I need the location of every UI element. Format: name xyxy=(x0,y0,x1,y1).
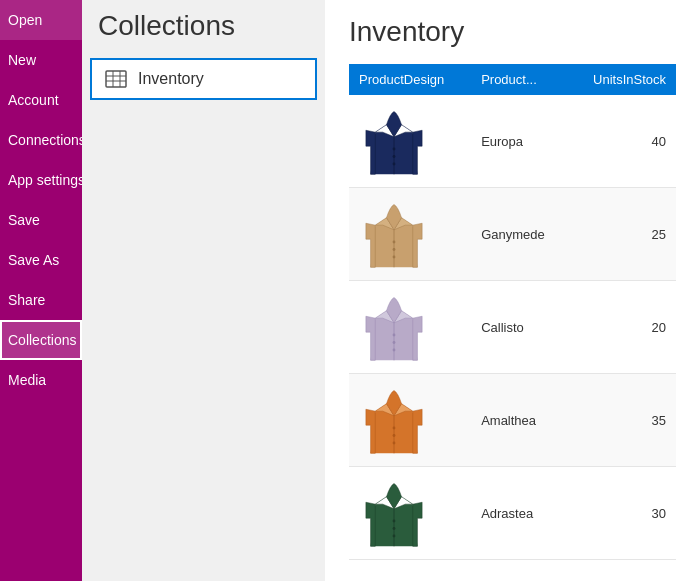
inventory-collection-item[interactable]: Inventory xyxy=(90,58,317,100)
main-content: Inventory ProductDesign Product... Units… xyxy=(325,0,700,581)
col-header-product: Product... xyxy=(471,64,568,95)
units-cell: 30 xyxy=(568,467,676,560)
svg-point-7 xyxy=(393,155,396,158)
units-cell: 20 xyxy=(568,281,676,374)
table-row: Adrastea 30 xyxy=(349,467,676,560)
sidebar: Open New Account Connections App setting… xyxy=(0,0,82,581)
svg-point-8 xyxy=(393,162,396,165)
product-image xyxy=(359,380,429,460)
product-image xyxy=(359,473,429,553)
product-name-cell: Callisto xyxy=(471,281,568,374)
sidebar-item-new[interactable]: New xyxy=(0,40,82,80)
table-row: Amalthea 35 xyxy=(349,374,676,467)
sidebar-item-share[interactable]: Share xyxy=(0,280,82,320)
svg-point-16 xyxy=(393,348,396,351)
product-image xyxy=(359,287,429,367)
svg-point-24 xyxy=(393,534,396,537)
product-design-cell xyxy=(349,467,471,560)
product-name-cell: Ganymede xyxy=(471,188,568,281)
table-row: Callisto 20 xyxy=(349,281,676,374)
sidebar-item-account[interactable]: Account xyxy=(0,80,82,120)
inventory-table: ProductDesign Product... UnitsInStock xyxy=(349,64,676,560)
svg-point-18 xyxy=(393,426,396,429)
product-image xyxy=(359,194,429,274)
svg-point-10 xyxy=(393,240,396,243)
svg-point-6 xyxy=(393,147,396,150)
product-design-cell xyxy=(349,95,471,188)
svg-point-15 xyxy=(393,341,396,344)
svg-point-11 xyxy=(393,248,396,251)
sidebar-item-app-settings[interactable]: App settings xyxy=(0,160,82,200)
product-design-cell xyxy=(349,188,471,281)
product-design-cell xyxy=(349,374,471,467)
product-name-cell: Amalthea xyxy=(471,374,568,467)
sidebar-item-media[interactable]: Media xyxy=(0,360,82,400)
product-name-cell: Adrastea xyxy=(471,467,568,560)
inventory-label: Inventory xyxy=(138,70,204,88)
table-row: Europa 40 xyxy=(349,95,676,188)
main-title: Inventory xyxy=(349,16,676,48)
svg-point-19 xyxy=(393,434,396,437)
col-header-design: ProductDesign xyxy=(349,64,471,95)
svg-point-23 xyxy=(393,527,396,530)
product-design-cell xyxy=(349,281,471,374)
middle-title: Collections xyxy=(82,0,325,58)
sidebar-item-collections[interactable]: Collections xyxy=(0,320,82,360)
svg-point-22 xyxy=(393,519,396,522)
svg-point-20 xyxy=(393,441,396,444)
svg-rect-0 xyxy=(106,71,126,87)
units-cell: 40 xyxy=(568,95,676,188)
table-icon xyxy=(104,70,128,88)
sidebar-item-save[interactable]: Save xyxy=(0,200,82,240)
sidebar-item-save-as[interactable]: Save As xyxy=(0,240,82,280)
svg-point-14 xyxy=(393,333,396,336)
units-cell: 25 xyxy=(568,188,676,281)
units-cell: 35 xyxy=(568,374,676,467)
product-name-cell: Europa xyxy=(471,95,568,188)
sidebar-item-open[interactable]: Open xyxy=(0,0,82,40)
svg-point-12 xyxy=(393,255,396,258)
col-header-units: UnitsInStock xyxy=(568,64,676,95)
sidebar-item-connections[interactable]: Connections xyxy=(0,120,82,160)
product-image xyxy=(359,101,429,181)
table-row: Ganymede 25 xyxy=(349,188,676,281)
middle-panel: Collections Inventory xyxy=(82,0,325,581)
